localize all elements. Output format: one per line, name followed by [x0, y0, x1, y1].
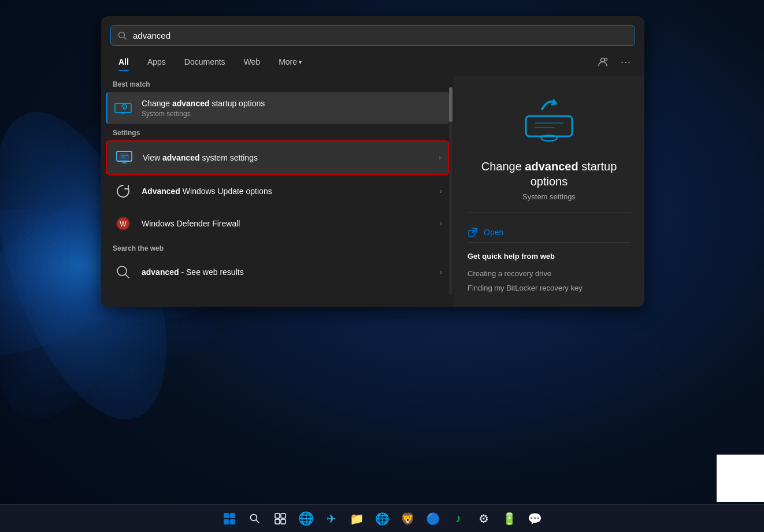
start-menu: advanced All Apps Documents Web More ▾ ·… [101, 16, 644, 307]
advanced-update-text: Advanced Windows Update options [142, 186, 432, 196]
svg-line-35 [256, 520, 259, 523]
people-icon [598, 57, 608, 67]
defender-text: Windows Defender Firewall [142, 218, 432, 229]
chevron-down-icon: ▾ [299, 59, 302, 65]
advanced-update-title: Advanced Windows Update options [142, 186, 432, 196]
tab-all[interactable]: All [110, 54, 137, 70]
open-label: Open [484, 228, 503, 237]
monitor-icon [114, 147, 135, 168]
web-search-icon [113, 262, 133, 282]
svg-line-7 [124, 37, 127, 39]
web-search-label: Search the web [106, 240, 449, 256]
scroll-track[interactable] [449, 87, 453, 295]
people-icon-button[interactable] [594, 53, 612, 71]
taskbar-chat-icon[interactable]: 💬 [523, 507, 546, 530]
ellipsis-icon: ··· [621, 56, 631, 68]
detail-panel: Change advanced startup options System s… [454, 76, 644, 307]
view-advanced-settings-title: View advanced system settings [143, 152, 431, 163]
tab-web[interactable]: Web [236, 54, 269, 70]
detail-title: Change advanced startup options [468, 159, 631, 189]
update-icon [113, 181, 133, 202]
taskbar-search-button[interactable] [243, 507, 266, 530]
startup-icon [113, 98, 133, 118]
white-box-corner [717, 455, 764, 502]
taskview-icon [275, 513, 286, 524]
svg-rect-39 [281, 519, 285, 524]
view-advanced-settings-text: View advanced system settings [143, 152, 431, 163]
advanced-windows-update-item[interactable]: Advanced Windows Update options › [106, 175, 449, 207]
windows-defender-item[interactable]: W Windows Defender Firewall › [106, 207, 449, 240]
detail-subtitle: System settings [522, 192, 576, 201]
search-icon [118, 31, 127, 40]
chevron-right-icon-2: › [440, 187, 442, 195]
svg-rect-38 [275, 519, 280, 524]
svg-rect-31 [230, 513, 235, 518]
taskbar-chrome-icon[interactable]: 🔵 [421, 507, 444, 530]
search-bar[interactable]: advanced [110, 25, 635, 46]
detail-open-action[interactable]: Open [468, 222, 631, 242]
tab-more[interactable]: More ▾ [270, 54, 310, 70]
best-match-label: Best match [106, 76, 449, 92]
main-content-area: Best match Change advanced startup optio… [101, 76, 644, 307]
taskbar-battery-icon[interactable]: 🔋 [498, 507, 521, 530]
best-match-title: Change advanced startup options [142, 98, 442, 109]
detail-startup-icon [520, 93, 578, 145]
tab-apps[interactable]: Apps [139, 54, 174, 70]
svg-line-23 [126, 275, 129, 278]
search-input-value: advanced [133, 31, 628, 40]
more-options-button[interactable]: ··· [617, 53, 635, 71]
svg-rect-32 [224, 519, 229, 524]
quick-help-label: Get quick help from web [468, 252, 631, 261]
external-link-icon [468, 227, 478, 237]
svg-point-11 [121, 113, 125, 114]
tabs-bar: All Apps Documents Web More ▾ ··· [101, 53, 644, 71]
best-match-subtitle: System settings [142, 110, 442, 118]
results-panel: Best match Change advanced startup optio… [101, 76, 454, 307]
tabs-right-actions: ··· [594, 53, 635, 71]
svg-rect-30 [224, 513, 229, 518]
web-search-item[interactable]: advanced - See web results › [106, 256, 449, 288]
taskbar-settings-icon[interactable]: ⚙ [472, 507, 495, 530]
svg-rect-37 [281, 514, 285, 518]
best-match-text: Change advanced startup options System s… [142, 98, 442, 118]
svg-rect-36 [275, 514, 280, 518]
svg-rect-24 [526, 116, 572, 136]
settings-label: Settings [106, 124, 449, 140]
defender-icon: W [113, 213, 133, 234]
web-search-title: advanced - See web results [142, 267, 432, 277]
chevron-right-icon-4: › [440, 268, 442, 276]
best-match-item[interactable]: Change advanced startup options System s… [106, 92, 449, 124]
taskbar-explorer-icon[interactable]: 📁 [345, 507, 368, 530]
taskbar-edge-icon[interactable]: 🌐 [370, 507, 394, 530]
taskbar-telegram-icon[interactable]: ✈ [320, 507, 343, 530]
detail-icon-area [520, 93, 578, 147]
taskbar: 🌐 ✈ 📁 🌐 🦁 🔵 ♪ ⚙ 🔋 💬 [0, 504, 764, 532]
taskbar-search-icon [249, 513, 261, 524]
quick-help-link-1[interactable]: Creating a recovery drive [468, 266, 631, 281]
taskbar-spotify-icon[interactable]: ♪ [447, 507, 470, 530]
chevron-right-icon-3: › [440, 220, 442, 228]
detail-divider [468, 213, 631, 213]
taskbar-taskview-button[interactable] [269, 507, 292, 530]
chevron-right-icon-1: › [439, 154, 441, 162]
web-search-text: advanced - See web results [142, 267, 432, 277]
svg-rect-33 [230, 519, 235, 524]
scroll-thumb[interactable] [449, 87, 453, 122]
taskbar-brave-icon[interactable]: 🦁 [396, 507, 419, 530]
windows-logo-icon [223, 512, 236, 525]
tab-documents[interactable]: Documents [176, 54, 233, 70]
svg-text:W: W [120, 220, 127, 228]
view-advanced-system-settings-item[interactable]: View advanced system settings › [106, 140, 449, 175]
defender-title: Windows Defender Firewall [142, 218, 432, 229]
taskbar-globe-icon[interactable]: 🌐 [294, 507, 317, 530]
start-button[interactable] [218, 507, 241, 530]
svg-point-22 [117, 266, 127, 276]
detail-divider-2 [468, 242, 631, 243]
quick-help-link-2[interactable]: Finding my BitLocker recovery key [468, 281, 631, 295]
